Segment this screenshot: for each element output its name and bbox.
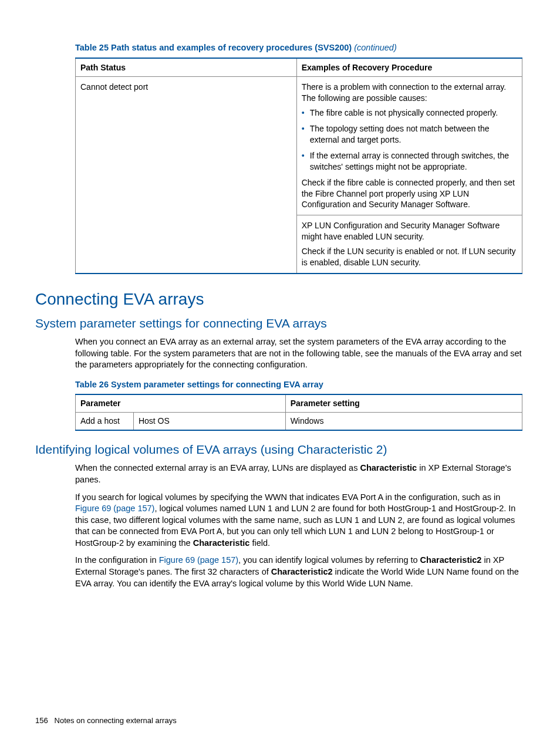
table-25-block: Table 25 Path status and examples of rec…	[75, 42, 522, 274]
figure-link[interactable]: Figure 69 (page 157)	[75, 504, 154, 513]
td-add-host: Add a host	[76, 413, 134, 430]
cell-text: XP LUN Configuration and Security Manage…	[302, 220, 517, 242]
bullet-text: The fibre cable is not physically connec…	[310, 108, 498, 117]
text-run: In the configuration in	[75, 555, 159, 565]
caption-italic: (continued)	[352, 43, 397, 52]
cell-text: Check if the LUN security is enabled or …	[302, 246, 517, 268]
td-host-os: Host OS	[133, 413, 285, 430]
footer-text: Notes on connecting external arrays	[55, 716, 177, 725]
table-row: Add a host Host OS Windows	[76, 413, 522, 430]
page-footer: 156 Notes on connecting external arrays	[35, 715, 177, 726]
th-parameter: Parameter	[76, 394, 286, 412]
table-25: Path Status Examples of Recovery Procedu…	[75, 58, 522, 274]
th-path-status: Path Status	[76, 58, 297, 77]
bold-text: Characteristic2	[271, 567, 333, 576]
list-item: •The topology setting does not match bet…	[302, 123, 517, 146]
bullet-text: If the external array is connected throu…	[310, 151, 509, 171]
table-26: Parameter Parameter setting Add a host H…	[75, 394, 522, 431]
page-number: 156	[35, 716, 48, 725]
text-run: If you search for logical volumes by spe…	[75, 492, 500, 502]
heading-identifying: Identifying logical volumes of EVA array…	[35, 441, 522, 458]
cell-text: Check if the fibre cable is connected pr…	[302, 177, 517, 211]
table-26-block: Table 26 System parameter settings for c…	[75, 379, 522, 431]
heading-system-params: System parameter settings for connecting…	[35, 315, 522, 332]
th-setting: Parameter setting	[285, 394, 522, 412]
figure-link[interactable]: Figure 69 (page 157)	[159, 555, 238, 565]
bullet-icon: •	[302, 123, 305, 134]
cell-text: There is a problem with connection to th…	[302, 82, 517, 104]
caption-bold: Table 25 Path status and examples of rec…	[75, 43, 352, 52]
table-header-row: Path Status Examples of Recovery Procedu…	[76, 58, 522, 77]
body-para: If you search for logical volumes by spe…	[75, 492, 522, 549]
td-windows: Windows	[285, 413, 522, 430]
bold-text: Characteristic	[193, 538, 250, 548]
text-run: field.	[249, 538, 270, 548]
heading-connecting-eva: Connecting EVA arrays	[35, 288, 522, 310]
bullet-icon: •	[302, 150, 305, 161]
text-run: When the connected external array is an …	[75, 463, 360, 472]
td-path-status: Cannot detect port	[76, 77, 297, 274]
bold-text: Characteristic	[360, 463, 417, 472]
bold-text: Characteristic2	[420, 555, 482, 565]
bullet-list: •The fibre cable is not physically conne…	[302, 107, 517, 172]
table-25-caption: Table 25 Path status and examples of rec…	[75, 42, 522, 54]
body-para: When the connected external array is an …	[75, 463, 522, 485]
td-recovery-1: There is a problem with connection to th…	[296, 77, 522, 215]
table-row: Cannot detect port There is a problem wi…	[76, 77, 522, 215]
text-run: , you can identify logical volumes by re…	[238, 555, 420, 565]
list-item: •The fibre cable is not physically conne…	[302, 107, 517, 119]
th-recovery: Examples of Recovery Procedure	[296, 58, 522, 77]
bullet-text: The topology setting does not match betw…	[310, 124, 490, 144]
body-para: In the configuration in Figure 69 (page …	[75, 555, 522, 589]
bullet-icon: •	[302, 107, 305, 118]
list-item: •If the external array is connected thro…	[302, 150, 517, 173]
table-header-row: Parameter Parameter setting	[76, 394, 522, 412]
td-recovery-2: XP LUN Configuration and Security Manage…	[296, 215, 522, 274]
table-26-caption: Table 26 System parameter settings for c…	[75, 379, 522, 391]
body-para: When you connect an EVA array as an exte…	[75, 336, 522, 371]
